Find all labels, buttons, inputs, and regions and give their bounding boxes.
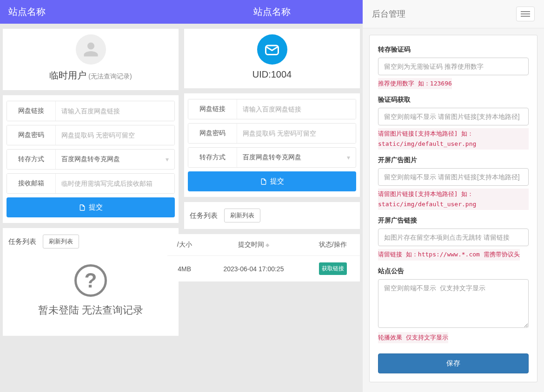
cell-time: 2023-06-04 17:00:25 <box>201 256 305 282</box>
field-hint: 请留图片链接[支持本地路径] 如：static/img/default_user… <box>378 189 529 210</box>
verify-code-input[interactable] <box>378 58 529 75</box>
submit-button[interactable]: 提交 <box>188 171 356 191</box>
field-label: 站点公告 <box>378 267 529 275</box>
method-select[interactable]: 转存方式 百度网盘转夸克网盘 ▾ <box>7 149 175 170</box>
link-input[interactable] <box>56 101 174 121</box>
link-label: 网盘链接 <box>7 101 56 121</box>
col-size[interactable]: /大小 <box>167 234 201 256</box>
uid-panel: UID:1004 <box>184 29 360 88</box>
splash-link-input[interactable] <box>378 229 529 246</box>
empty-text: 暂未登陆 无法查询记录 <box>3 303 179 317</box>
cell-size: 4MB <box>167 256 201 282</box>
field-label: 开屏广告链接 <box>378 216 529 225</box>
document-icon <box>260 178 267 185</box>
question-icon: ? <box>74 264 107 297</box>
email-input[interactable] <box>56 174 174 193</box>
task-table: /大小 提交时间◆ 状态/操作 4MB 2023-06-04 17:00:25 … <box>167 234 360 281</box>
chevron-down-icon: ▾ <box>166 156 169 163</box>
user-name: 临时用户 <box>49 70 86 80</box>
admin-title: 后台管理 <box>372 8 405 20</box>
table-row: 4MB 2023-06-04 17:00:25 获取链接 <box>167 256 360 282</box>
document-icon <box>79 204 86 211</box>
splash-img-input[interactable] <box>378 168 529 186</box>
mail-icon <box>257 34 287 65</box>
refresh-button[interactable]: 刷新列表 <box>43 235 79 248</box>
submit-button[interactable]: 提交 <box>7 197 175 217</box>
site-name-header: 站点名称 <box>181 0 363 24</box>
email-label: 接收邮箱 <box>7 174 56 193</box>
col-status[interactable]: 状态/操作 <box>305 234 360 256</box>
col-time[interactable]: 提交时间◆ <box>201 234 305 256</box>
task-list-title: 任务列表 <box>190 211 218 220</box>
pwd-label: 网盘密码 <box>7 125 56 145</box>
user-panel: 临时用户 (无法查询记录) <box>3 29 179 90</box>
method-value: 百度网盘转夸克网盘 <box>61 155 120 163</box>
pwd-label: 网盘密码 <box>188 124 237 143</box>
field-hint: 请留图片链接[支持本地路径] 如：static/img/default_user… <box>378 128 529 150</box>
pwd-input[interactable] <box>56 125 174 145</box>
task-list-title: 任务列表 <box>8 237 36 246</box>
get-link-button[interactable]: 获取链接 <box>319 262 347 275</box>
field-hint: 推荐使用数字 如：123696 <box>378 78 452 89</box>
refresh-button[interactable]: 刷新列表 <box>224 209 260 222</box>
method-label: 转存方式 <box>7 150 56 169</box>
announcement-input[interactable] <box>378 279 529 328</box>
link-label: 网盘链接 <box>188 99 237 119</box>
link-input[interactable] <box>237 99 356 119</box>
uid-text: UID:1004 <box>184 69 360 80</box>
field-label: 验证码获取 <box>378 96 529 104</box>
field-label: 开屏广告图片 <box>378 156 529 164</box>
method-label: 转存方式 <box>188 148 237 167</box>
method-select[interactable]: 转存方式 百度网盘转夸克网盘 ▾ <box>188 147 356 168</box>
pwd-input[interactable] <box>237 124 356 143</box>
save-button[interactable]: 保存 <box>378 353 529 373</box>
user-sub: (无法查询记录) <box>88 72 132 80</box>
field-hint: 轮播效果 仅支持文字显示 <box>378 332 448 343</box>
avatar-icon <box>76 34 106 65</box>
verify-get-input[interactable] <box>378 108 529 125</box>
field-label: 转存验证码 <box>378 46 529 54</box>
chevron-down-icon: ▾ <box>347 154 350 161</box>
method-value: 百度网盘转夸克网盘 <box>243 153 301 162</box>
sort-icon: ◆ <box>265 242 269 248</box>
menu-icon[interactable] <box>516 7 535 21</box>
field-hint: 请留链接 如：https://www.*.com 需携带协议头 <box>378 249 520 260</box>
site-name-header: 站点名称 <box>0 0 181 24</box>
